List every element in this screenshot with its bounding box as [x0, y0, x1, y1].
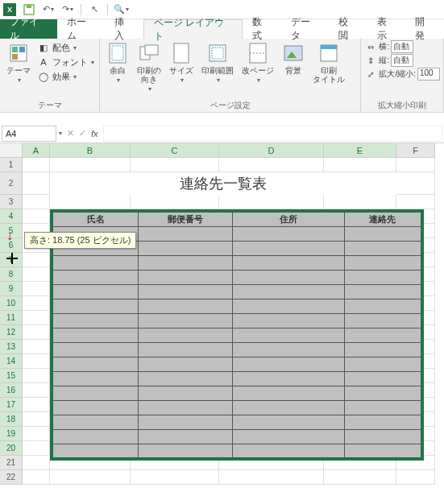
select-all-corner[interactable]	[0, 143, 23, 158]
row-header-22[interactable]: 22	[0, 470, 23, 485]
background-button[interactable]: 背景	[279, 40, 308, 76]
row-header-15[interactable]: 15	[0, 369, 23, 383]
col-header-E[interactable]: E	[324, 143, 396, 158]
col-header-A[interactable]: A	[23, 143, 50, 158]
row-header-8[interactable]: 8	[0, 267, 23, 282]
table-cell[interactable]	[344, 255, 421, 270]
table-cell[interactable]	[52, 255, 139, 270]
table-cell[interactable]	[344, 357, 421, 371]
table-cell[interactable]	[139, 386, 233, 400]
tab-formulas[interactable]: 数式	[243, 19, 281, 39]
themes-button[interactable]: テーマ ▾	[3, 40, 34, 85]
fx-icon[interactable]: fx	[91, 129, 98, 138]
enter-icon[interactable]: ✓	[79, 128, 86, 138]
table-cell[interactable]	[344, 241, 421, 255]
table-cell[interactable]	[233, 255, 344, 270]
tab-review[interactable]: 校閲	[329, 19, 367, 39]
col-header-D[interactable]: D	[219, 143, 324, 158]
table-cell[interactable]	[233, 357, 344, 371]
row-header-3[interactable]: 3	[0, 195, 23, 209]
table-cell[interactable]	[52, 328, 139, 342]
name-box[interactable]: A4	[2, 126, 56, 142]
width-input[interactable]: 自動	[391, 40, 413, 53]
table-cell[interactable]	[344, 400, 421, 415]
table-cell[interactable]	[233, 444, 344, 458]
table-cell[interactable]	[52, 299, 139, 313]
table-cell[interactable]	[52, 313, 139, 328]
table-cell[interactable]	[233, 342, 344, 357]
table-cell[interactable]	[344, 342, 421, 357]
table-cell[interactable]	[139, 299, 233, 313]
table-cell[interactable]	[52, 429, 139, 444]
table-cell[interactable]	[139, 284, 233, 299]
save-icon[interactable]	[23, 3, 35, 16]
cancel-icon[interactable]: ✕	[67, 128, 74, 138]
table-cell[interactable]	[139, 255, 233, 270]
table-cell[interactable]	[139, 429, 233, 444]
table-cell[interactable]	[139, 241, 233, 255]
table-cell[interactable]	[139, 313, 233, 328]
print-area-button[interactable]: 印刷範囲▾	[198, 40, 237, 85]
table-cell[interactable]	[52, 400, 139, 415]
row-header-12[interactable]: 12	[0, 325, 23, 340]
table-cell[interactable]	[139, 415, 233, 429]
table-cell[interactable]	[233, 415, 344, 429]
table-cell[interactable]	[52, 444, 139, 458]
table-cell[interactable]	[344, 313, 421, 328]
colors-button[interactable]: ◧配色▾	[35, 40, 96, 55]
tab-home[interactable]: ホーム	[57, 19, 105, 39]
table-cell[interactable]	[344, 226, 421, 241]
row-header-9[interactable]: 9	[0, 282, 23, 296]
height-input[interactable]: 自動	[391, 54, 413, 67]
table-cell[interactable]	[233, 284, 344, 299]
size-button[interactable]: サイズ▾	[166, 40, 197, 85]
tab-developer[interactable]: 開発	[405, 19, 444, 39]
tab-insert[interactable]: 挿入	[105, 19, 143, 39]
print-titles-button[interactable]: 印刷 タイトル	[309, 40, 348, 85]
tab-data[interactable]: データ	[281, 19, 329, 39]
row-header-16[interactable]: 16	[0, 383, 23, 398]
col-header-B[interactable]: B	[50, 143, 131, 158]
row-header-13[interactable]: 13	[0, 340, 23, 354]
table-cell[interactable]	[139, 444, 233, 458]
table-cell[interactable]	[233, 400, 344, 415]
table-cell[interactable]	[52, 357, 139, 371]
row-header-11[interactable]: 11	[0, 311, 23, 325]
row-header-2[interactable]: 2	[0, 172, 23, 195]
col-header-F[interactable]: F	[396, 143, 435, 158]
tab-file[interactable]: ファイル	[0, 19, 57, 39]
table-cell[interactable]	[233, 241, 344, 255]
zoom-icon[interactable]: 🔍▾	[114, 3, 127, 16]
row-header-14[interactable]: 14	[0, 354, 23, 369]
row-header-21[interactable]: 21	[0, 456, 23, 470]
table-cell[interactable]	[233, 386, 344, 400]
table-cell[interactable]	[52, 342, 139, 357]
table-cell[interactable]	[233, 313, 344, 328]
table-cell[interactable]	[344, 386, 421, 400]
table-cell[interactable]	[233, 299, 344, 313]
cursor-icon[interactable]: ↖	[88, 3, 101, 16]
breaks-button[interactable]: 改ページ▾	[239, 40, 277, 85]
table-cell[interactable]	[52, 284, 139, 299]
row-header-20[interactable]: 20	[0, 441, 23, 456]
row-header-10[interactable]: 10	[0, 296, 23, 311]
table-cell[interactable]	[344, 429, 421, 444]
table-cell[interactable]	[344, 284, 421, 299]
table-cell[interactable]	[344, 299, 421, 313]
table-cell[interactable]	[233, 429, 344, 444]
row-header-18[interactable]: 18	[0, 412, 23, 427]
redo-icon[interactable]: ↷▾	[61, 3, 74, 16]
table-cell[interactable]	[52, 386, 139, 400]
scale-input[interactable]: 100	[417, 68, 440, 81]
formula-bar[interactable]	[103, 126, 442, 142]
margins-button[interactable]: 余白▾	[103, 40, 132, 85]
table-cell[interactable]	[344, 270, 421, 284]
effects-button[interactable]: ◯効果▾	[35, 69, 96, 84]
table-cell[interactable]	[344, 415, 421, 429]
table-cell[interactable]	[139, 342, 233, 357]
table-cell[interactable]	[233, 371, 344, 386]
table-cell[interactable]	[344, 328, 421, 342]
tab-page-layout[interactable]: ページ レイアウト	[143, 19, 243, 39]
table-cell[interactable]	[139, 371, 233, 386]
table-cell[interactable]	[233, 328, 344, 342]
